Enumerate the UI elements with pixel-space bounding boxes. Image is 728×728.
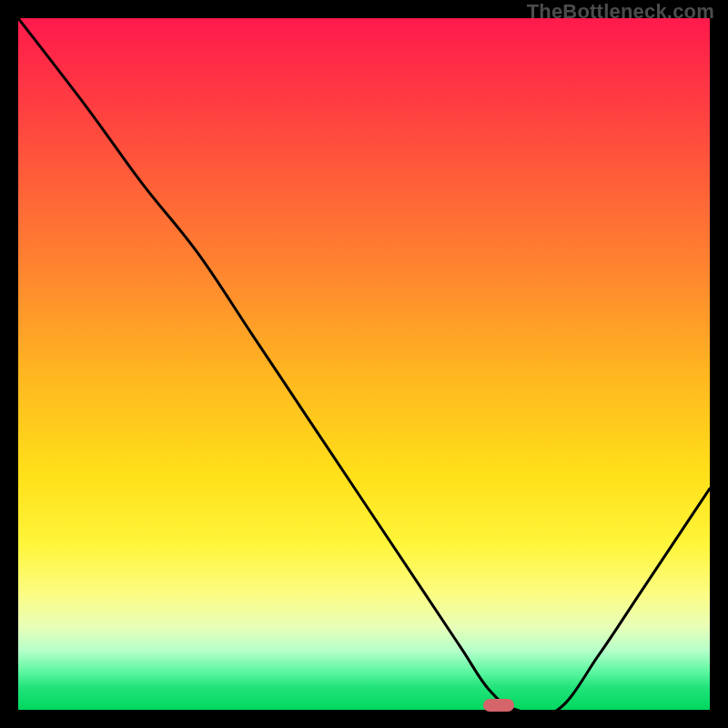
plot-gradient-background: [18, 18, 710, 710]
optimal-marker: [483, 699, 514, 712]
watermark-text: TheBottleneck.com: [527, 0, 714, 24]
chart-frame: TheBottleneck.com: [0, 0, 728, 728]
